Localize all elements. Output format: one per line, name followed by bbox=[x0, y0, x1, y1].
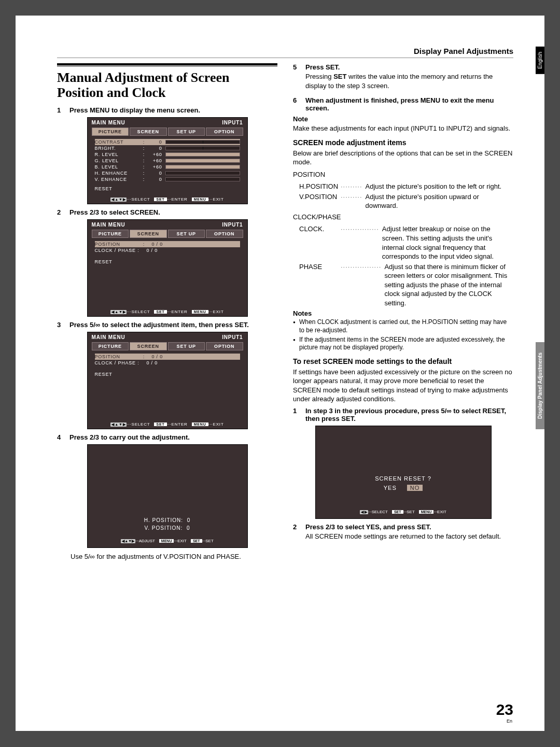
note-heading: Note bbox=[293, 115, 513, 123]
note-text: Make these adjustments for each input (I… bbox=[293, 124, 513, 133]
osd-input: INPUT1 bbox=[222, 120, 243, 125]
step2-text: Press 2/3 to select SCREEN. bbox=[69, 208, 160, 216]
header-section-title: Display Panel Adjustments bbox=[57, 47, 513, 58]
right-column: 5 Press SET. Pressing SET writes the val… bbox=[293, 63, 513, 565]
reset-text: If settings have been adjusted excessive… bbox=[293, 368, 513, 404]
screen-mode-heading: SCREEN mode adjustment items bbox=[293, 138, 513, 147]
step1-text: Press MENU to display the menu screen. bbox=[69, 106, 200, 114]
reset-heading: To reset SCREEN mode settings to the def… bbox=[293, 357, 513, 365]
reset-step1: In step 3 in the previous procedure, pre… bbox=[305, 407, 506, 422]
position-heading: POSITION bbox=[293, 170, 513, 179]
osd-tab-setup: SET UP bbox=[168, 128, 205, 136]
step-num: 1 bbox=[57, 106, 64, 114]
reset-step2-body: All SCREEN mode settings are returned to… bbox=[305, 532, 513, 541]
page-lang-code: En bbox=[507, 718, 512, 724]
screen-mode-intro: Below are brief descriptions of the opti… bbox=[293, 149, 513, 167]
reset-step2: Press 2/3 to select YES, and press SET. bbox=[305, 523, 431, 531]
language-tab: English bbox=[536, 47, 544, 74]
clockphase-heading: CLOCK/PHASE bbox=[293, 213, 513, 222]
left-column: Manual Adjustment of Screen Position and… bbox=[57, 63, 277, 565]
page: English Display Panel Adjustments Displa… bbox=[16, 16, 544, 731]
osd-tab-picture: PICTURE bbox=[92, 128, 129, 136]
notes-list: When CLOCK adjustment is carried out, th… bbox=[293, 318, 513, 351]
step5-body: Pressing SET writes the value into the m… bbox=[305, 72, 513, 90]
section-side-tab: Display Panel Adjustments bbox=[536, 342, 544, 429]
notes-heading: Notes bbox=[293, 309, 513, 317]
osd-reset-confirm: SCREEN RESET ? YESNO ◀ ▶···SELECT SET···… bbox=[315, 426, 492, 519]
page-header: Display Panel Adjustments bbox=[57, 47, 513, 58]
step4-text: Press 2/3 to carry out the adjustment. bbox=[69, 433, 190, 441]
step5-text: Press SET. bbox=[305, 63, 340, 71]
step6-text: When adjustment is finished, press MENU … bbox=[305, 96, 494, 112]
page-number: 23 bbox=[496, 701, 513, 718]
osd-title: MAIN MENU bbox=[92, 120, 125, 125]
step4-caption: Use 5/∞ for the adjustments of V.POSITIO… bbox=[57, 552, 277, 561]
osd-tab-option: OPTION bbox=[206, 128, 243, 136]
page-title: Manual Adjustment of Screen Position and… bbox=[57, 71, 277, 100]
osd-tab-screen: SCREEN bbox=[130, 128, 167, 136]
osd-screen-menu-2: MAIN MENUINPUT1 PICTURE SCREEN SET UP OP… bbox=[87, 332, 248, 429]
osd-screen-menu: MAIN MENUINPUT1 PICTURE SCREEN SET UP OP… bbox=[87, 219, 248, 317]
osd-picture-menu: MAIN MENUINPUT1 PICTURE SCREEN SET UP OP… bbox=[87, 117, 248, 204]
step3-text: Press 5/∞ to select the adjustment item,… bbox=[69, 321, 249, 329]
osd-position-adjust: H. POSITION: 0 V. POSITION: 0 ◀▲▼▶···ADJ… bbox=[87, 444, 248, 548]
